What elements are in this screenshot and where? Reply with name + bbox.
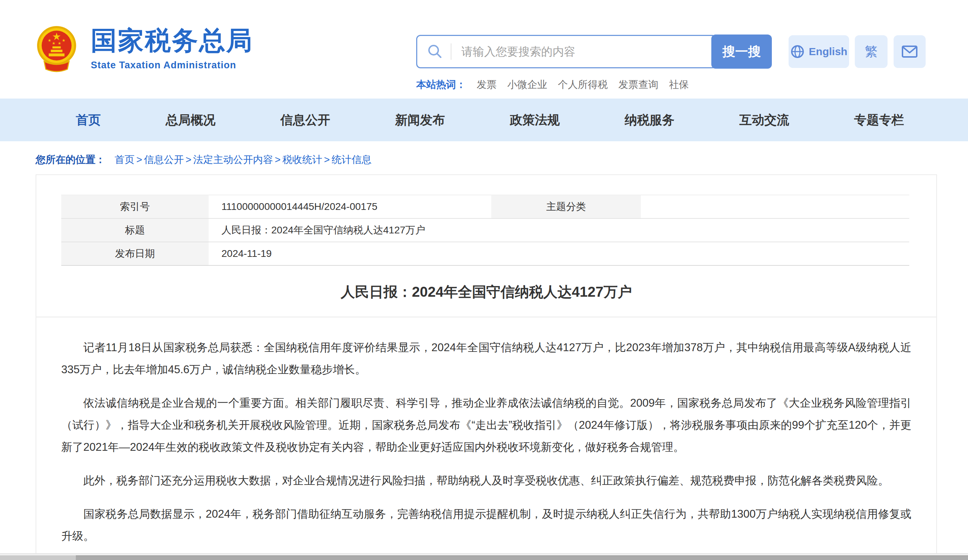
- english-button[interactable]: English: [789, 35, 849, 68]
- article-paragraph: 此外，税务部门还充分运用税收大数据，对企业合规情况进行风险扫描，帮助纳税人及时享…: [61, 470, 912, 492]
- nav-item-news[interactable]: 新闻发布: [395, 112, 445, 129]
- meta-date-label: 发布日期: [61, 242, 209, 265]
- site-header: 国家税务总局 State Taxation Administration 搜一搜…: [0, 0, 968, 99]
- breadcrumb-home[interactable]: 首页: [114, 153, 134, 167]
- nav-item-special-topics[interactable]: 专题专栏: [854, 112, 904, 129]
- table-row: 发布日期 2024-11-19: [61, 242, 909, 266]
- hot-word-individual-tax[interactable]: 个人所得税: [558, 78, 608, 91]
- search-input[interactable]: [461, 45, 669, 59]
- search-button[interactable]: 搜一搜: [711, 35, 772, 69]
- nav-item-tax-services[interactable]: 纳税服务: [625, 112, 674, 129]
- meta-index-value: 11100000000014445H/2024-00175: [209, 195, 491, 218]
- hot-word-social-security[interactable]: 社保: [669, 78, 689, 91]
- nav-item-interaction[interactable]: 互动交流: [739, 112, 789, 129]
- breadcrumb-separator: >: [136, 154, 142, 165]
- main-nav: 首页 总局概况 信息公开 新闻发布 政策法规 纳税服务 互动交流 专题专栏: [0, 99, 968, 141]
- article-paragraph: 记者11月18日从国家税务总局获悉：全国纳税信用年度评价结果显示，2024年全国…: [61, 337, 912, 381]
- article-title: 人民日报：2024年全国守信纳税人达4127万户: [341, 282, 632, 302]
- breadcrumb-statistical-info[interactable]: 统计信息: [332, 153, 371, 167]
- mail-icon: [902, 45, 918, 58]
- hot-words-label: 本站热词：: [416, 78, 466, 91]
- breadcrumb-separator: >: [324, 154, 330, 165]
- document-meta-table: 索引号 11100000000014445H/2024-00175 主题分类 标…: [61, 195, 909, 266]
- search-separator: [451, 43, 451, 60]
- site-title-en: State Taxation Administration: [91, 60, 253, 71]
- hot-words-row: 本站热词： 发票 小微企业 个人所得税 发票查询 社保: [416, 78, 689, 91]
- scrollbar-thumb[interactable]: [76, 555, 968, 560]
- meta-topic-value: [641, 195, 909, 218]
- nav-item-policies[interactable]: 政策法规: [510, 112, 560, 129]
- site-title-cn: 国家税务总局: [91, 26, 253, 56]
- nav-item-info-disclosure[interactable]: 信息公开: [280, 112, 330, 129]
- nav-item-home[interactable]: 首页: [76, 112, 101, 129]
- national-emblem-icon: [35, 26, 78, 76]
- hot-word-invoice-query[interactable]: 发票查询: [618, 78, 658, 91]
- article-title-section: 人民日报：2024年全国守信纳税人达4127万户: [36, 267, 937, 317]
- hot-word-invoice[interactable]: 发票: [477, 78, 497, 91]
- breadcrumb-separator: >: [275, 154, 280, 165]
- meta-index-label: 索引号: [61, 195, 209, 218]
- search-area: 搜一搜: [416, 35, 772, 69]
- breadcrumb-label: 您所在的位置：: [36, 153, 105, 167]
- article-paragraph: 国家税务总局数据显示，2024年，税务部门借助征纳互动服务，完善纳税信用提示提醒…: [61, 503, 912, 547]
- meta-title-value: 人民日报：2024年全国守信纳税人达4127万户: [209, 219, 909, 241]
- table-row: 标题 人民日报：2024年全国守信纳税人达4127万户: [61, 219, 909, 242]
- globe-icon: [791, 45, 805, 59]
- traditional-chinese-label: 繁: [865, 43, 878, 61]
- breadcrumb-info-disclosure[interactable]: 信息公开: [144, 153, 184, 167]
- article-paragraph: 依法诚信纳税是企业合规的一个重要方面。相关部门履职尽责、科学引导，推动企业养成依…: [61, 392, 912, 458]
- traditional-chinese-button[interactable]: 繁: [855, 35, 888, 68]
- article-body: 记者11月18日从国家税务总局获悉：全国纳税信用年度评价结果显示，2024年全国…: [61, 317, 912, 560]
- meta-topic-label: 主题分类: [491, 195, 641, 218]
- logo-text: 国家税务总局 State Taxation Administration: [91, 26, 253, 71]
- breadcrumb-tax-statistics[interactable]: 税收统计: [282, 153, 322, 167]
- breadcrumb: 您所在的位置： 首页 > 信息公开 > 法定主动公开内容 > 税收统计 > 统计…: [36, 153, 371, 167]
- search-box[interactable]: [416, 35, 716, 68]
- meta-title-label: 标题: [61, 219, 209, 241]
- breadcrumb-statutory-content[interactable]: 法定主动公开内容: [193, 153, 273, 167]
- main-nav-items: 首页 总局概况 信息公开 新闻发布 政策法规 纳税服务 互动交流 专题专栏: [76, 99, 904, 141]
- site-logo[interactable]: 国家税务总局 State Taxation Administration: [35, 26, 253, 76]
- search-icon: [427, 44, 443, 59]
- hot-word-small-business[interactable]: 小微企业: [507, 78, 547, 91]
- content-panel: 索引号 11100000000014445H/2024-00175 主题分类 标…: [36, 174, 937, 555]
- breadcrumb-separator: >: [186, 154, 191, 165]
- mail-button[interactable]: [893, 35, 926, 68]
- nav-item-overview[interactable]: 总局概况: [166, 112, 215, 129]
- meta-date-value: 2024-11-19: [209, 242, 909, 265]
- horizontal-scrollbar: [0, 553, 968, 560]
- table-row: 索引号 11100000000014445H/2024-00175 主题分类: [61, 195, 909, 219]
- english-button-label: English: [809, 46, 847, 58]
